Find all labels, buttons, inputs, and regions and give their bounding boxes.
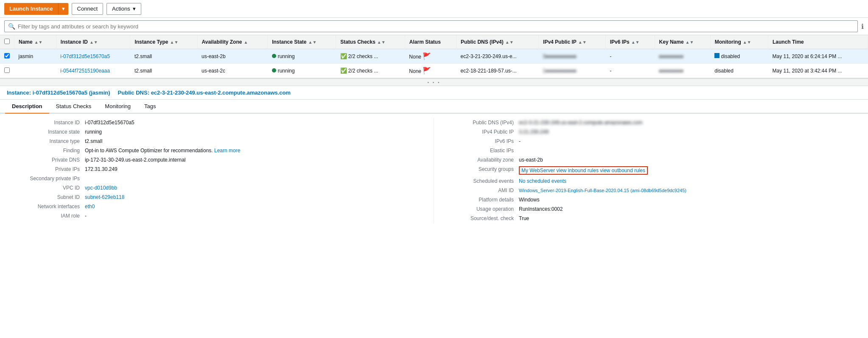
cell-alarm-status: None 🚩 <box>405 49 456 64</box>
col-header-key-name[interactable]: Key Name▲▼ <box>655 35 710 49</box>
cell-instance-type: t2.small <box>130 49 197 64</box>
label-instance-id: Instance ID <box>8 120 85 126</box>
select-all-header[interactable] <box>0 35 14 49</box>
sort-icon-az: ▲ <box>244 40 248 45</box>
sg-outbound-link[interactable]: view outbound rules <box>600 168 645 173</box>
detail-row-ami-id: AMI ID Windows_Server-2019-English-Full-… <box>442 186 860 195</box>
cell-status-checks: ✅2/2 checks ... <box>336 49 405 64</box>
cell-key-name: ●●●●●●●● <box>655 64 710 78</box>
value-instance-type: t2.small <box>85 138 425 144</box>
value-instance-state: running <box>85 129 425 135</box>
value-finding: Opt-in to AWS Compute Optimizer for reco… <box>85 148 425 154</box>
select-all-checkbox[interactable] <box>4 39 10 44</box>
detail-instance-label: Instance: <box>7 89 31 96</box>
sg-inbound-link[interactable]: view inbound rules <box>556 168 598 173</box>
resize-handle[interactable]: • • • <box>0 78 868 86</box>
actions-label: Actions <box>112 6 130 12</box>
tab-status-checks[interactable]: Status Checks <box>49 100 98 114</box>
table-header-row: Name▲▼ Instance ID▲▼ Instance Type▲▼ Ava… <box>0 35 868 49</box>
tab-description[interactable]: Description <box>5 100 49 114</box>
col-header-ipv4[interactable]: IPv4 Public IP▲▼ <box>539 35 606 49</box>
col-header-ipv6[interactable]: IPv6 IPs▲▼ <box>605 35 655 49</box>
col-header-monitoring[interactable]: Monitoring▲▼ <box>710 35 768 49</box>
detail-left-column: Instance ID i-07df312d5e15670a5 Instance… <box>0 118 434 223</box>
sort-icon-dns: ▲▼ <box>505 40 514 45</box>
value-az: us-east-2b <box>519 157 860 163</box>
col-header-launch-time[interactable]: Launch Time <box>768 35 868 49</box>
launch-instance-dropdown-button[interactable]: ▾ <box>58 3 68 15</box>
col-header-status-checks[interactable]: Status Checks▲▼ <box>336 35 405 49</box>
detail-panel: Instance: i-07df312d5e15670a5 (jasmin) P… <box>0 86 868 227</box>
cell-instance-type: t2.small <box>130 64 197 78</box>
table-row[interactable]: i-0544f72515190eaaa t2.small us-east-2c … <box>0 64 868 78</box>
detail-right-column: Public DNS (IPv4) ec2-3-21-230-249.us-ea… <box>434 118 868 223</box>
detail-content: Instance ID i-07df312d5e15670a5 Instance… <box>0 114 868 227</box>
drag-dots: • • • <box>427 80 440 85</box>
col-header-name[interactable]: Name▲▼ <box>14 35 56 49</box>
value-source-dest: True <box>519 215 860 221</box>
cell-ipv6: - <box>605 49 655 64</box>
row-checkbox[interactable] <box>4 67 10 73</box>
security-group-highlight: My WebServer view inbound rules view out… <box>519 166 648 175</box>
cell-state: running <box>268 64 336 78</box>
vpc-id-link[interactable]: vpc-d010d9bb <box>85 185 117 191</box>
label-public-dns-ipv4: Public DNS (IPv4) <box>442 120 519 126</box>
label-ami-id: AMI ID <box>442 187 519 193</box>
cell-ipv4: 3●●●●●●●●●● <box>539 49 606 64</box>
monitoring-badge <box>714 53 720 58</box>
label-vpc-id: VPC ID <box>8 185 85 191</box>
scheduled-events-link[interactable]: No scheduled events <box>519 178 566 184</box>
detail-row-ipv4-public: IPv4 Public IP 3.21.230.249 <box>442 127 860 137</box>
detail-row-ipv6-ips: IPv6 IPs - <box>442 137 860 146</box>
actions-button[interactable]: Actions ▾ <box>106 3 141 15</box>
launch-instance-button[interactable]: Launch Instance <box>4 3 58 15</box>
ami-id-link[interactable]: Windows_Server-2019-English-Full-Base-20… <box>519 188 686 193</box>
detail-row-security-groups: Security groups My WebServer view inboun… <box>442 165 860 176</box>
cell-name: jasmin <box>14 49 56 64</box>
info-icon[interactable]: ℹ <box>861 22 864 31</box>
connect-button[interactable]: Connect <box>72 3 103 15</box>
detail-row-instance-state: Instance state running <box>8 127 425 137</box>
col-header-public-dns[interactable]: Public DNS (IPv4)▲▼ <box>456 35 539 49</box>
col-header-instance-id[interactable]: Instance ID▲▼ <box>56 35 130 49</box>
instance-id-link[interactable]: i-07df312d5e15670a5 <box>60 53 110 59</box>
col-header-alarm-status[interactable]: Alarm Status <box>405 35 456 49</box>
label-instance-type: Instance type <box>8 138 85 144</box>
label-iam-role: IAM role <box>8 213 85 219</box>
detail-header: Instance: i-07df312d5e15670a5 (jasmin) P… <box>0 86 868 100</box>
tab-tags[interactable]: Tags <box>137 100 162 114</box>
detail-tabs: Description Status Checks Monitoring Tag… <box>0 100 868 114</box>
detail-row-az: Availability zone us-east-2b <box>442 155 860 165</box>
detail-row-finding: Finding Opt-in to AWS Compute Optimizer … <box>8 146 425 155</box>
col-header-instance-type[interactable]: Instance Type▲▼ <box>130 35 197 49</box>
learn-more-link[interactable]: Learn more <box>214 148 240 154</box>
table-row[interactable]: jasmin i-07df312d5e15670a5 t2.small us-e… <box>0 49 868 64</box>
label-private-ips: Private IPs <box>8 166 85 172</box>
sort-icon-instance-id: ▲▼ <box>90 40 98 45</box>
col-header-instance-state[interactable]: Instance State▲▼ <box>268 35 336 49</box>
value-instance-id: i-07df312d5e15670a5 <box>85 120 425 126</box>
tab-monitoring[interactable]: Monitoring <box>98 100 137 114</box>
detail-row-usage-operation: Usage operation RunInstances:0002 <box>442 204 860 214</box>
sort-icon-ipv6: ▲▼ <box>631 40 640 45</box>
value-subnet-id: subnet-629eb118 <box>85 194 425 200</box>
instances-table: Name▲▼ Instance ID▲▼ Instance Type▲▼ Ava… <box>0 35 868 78</box>
sort-icon-monitoring: ▲▼ <box>743 40 751 45</box>
value-public-dns-ipv4: ec2-3-21-230-249.us-east-2.compute.amazo… <box>519 120 860 126</box>
blurred-ip: 1●●●●●●●●●● <box>543 68 577 74</box>
detail-instance-id-link[interactable]: i-07df312d5e15670a5 (jasmin) <box>33 89 110 96</box>
sg-name-link[interactable]: My WebServer <box>521 168 555 173</box>
search-input[interactable] <box>18 23 854 30</box>
col-header-availability-zone[interactable]: Availability Zone▲ <box>197 35 268 49</box>
cell-ipv6: - <box>605 64 655 78</box>
cell-instance-id: i-07df312d5e15670a5 <box>56 49 130 64</box>
blurred-key: ●●●●●●●● <box>659 53 683 59</box>
value-private-ips: 172.31.30.249 <box>85 166 425 172</box>
search-input-wrap: 🔍 <box>4 20 858 32</box>
label-subnet-id: Subnet ID <box>8 194 85 200</box>
row-checkbox[interactable] <box>4 53 10 59</box>
eth0-link[interactable]: eth0 <box>85 204 95 210</box>
check-icon: ✅ <box>340 53 347 59</box>
instance-id-link[interactable]: i-0544f72515190eaaa <box>60 68 110 74</box>
subnet-id-link[interactable]: subnet-629eb118 <box>85 194 124 200</box>
